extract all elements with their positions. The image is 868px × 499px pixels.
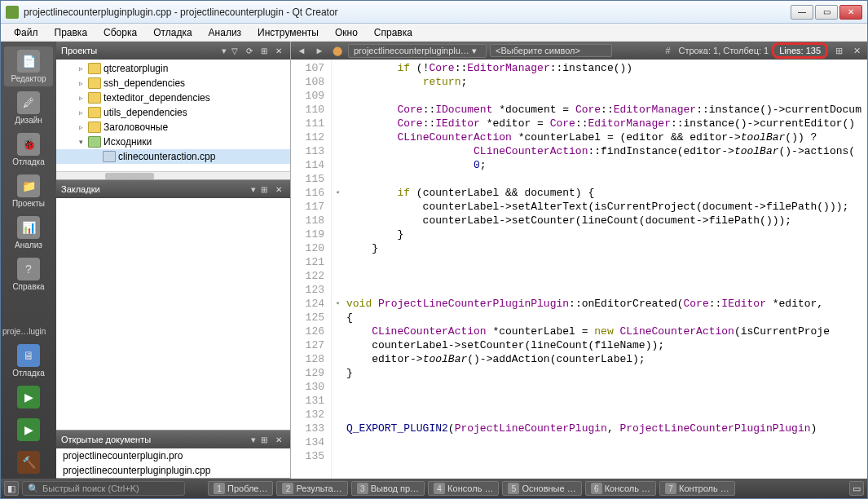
bookmarks-panel: Закладки ▾ ⊞ ✕ <box>56 180 290 431</box>
tree-item[interactable]: ▹Заголовочные <box>56 120 290 135</box>
menu-window[interactable]: Окно <box>328 25 364 40</box>
bookmarks-header: Закладки ▾ ⊞ ✕ <box>56 180 290 198</box>
mode-design[interactable]: 🖉Дизайн <box>4 88 53 128</box>
panel-close-icon[interactable]: ✕ <box>272 183 285 195</box>
tree-scrollbar[interactable] <box>56 171 290 179</box>
split-editor-icon[interactable]: ⊞ <box>831 44 846 57</box>
menubar: Файл Правка Сборка Отладка Анализ Инстру… <box>1 24 867 42</box>
toggle-sidebar-icon[interactable]: ◧ <box>4 481 19 496</box>
close-editor-icon[interactable]: ✕ <box>849 44 864 57</box>
bookmarks-title: Закладки <box>61 184 251 194</box>
tree-item[interactable]: ▹qtcreatorplugin <box>56 61 290 76</box>
output-pane-tab[interactable]: 5Основные … <box>502 481 581 496</box>
editor-icon: 📄 <box>17 50 40 73</box>
editor-area: ◄ ► ⬤ projectlinecounterpluginplu… ▾ <Вы… <box>291 42 867 479</box>
tree-item[interactable]: ▹utils_dependencies <box>56 105 290 120</box>
close-output-icon[interactable]: ▭ <box>849 481 864 496</box>
mode-editor-label: Редактор <box>11 74 46 83</box>
opendocs-header: Открытые документы ▾ ⊞ ✕ <box>56 431 290 448</box>
open-doc-item[interactable]: projectlinecounterpluginplugin.cpp <box>56 463 290 478</box>
lines-counter: Lines: 135 <box>772 42 828 59</box>
quick-search[interactable]: 🔍 Быстрый поиск (Ctrl+K) <box>22 481 185 496</box>
minimize-button[interactable]: — <box>791 5 813 20</box>
tree-item[interactable]: clinecounteraction.cpp <box>56 149 290 164</box>
fold-column[interactable]: ◂◂ <box>332 60 343 479</box>
menu-debug[interactable]: Отладка <box>147 25 198 40</box>
menu-build[interactable]: Сборка <box>97 25 143 40</box>
file-selector[interactable]: projectlinecounterpluginplu… ▾ <box>348 44 487 58</box>
projects-title: Проекты <box>61 46 222 55</box>
forward-icon[interactable]: ► <box>312 44 327 57</box>
bookmarks-list <box>56 198 290 430</box>
split-icon[interactable]: ⊞ <box>258 45 271 56</box>
mode-help[interactable]: ?Справка <box>4 254 53 294</box>
mode-debug[interactable]: 🐞Отладка <box>4 130 53 170</box>
mode-editor[interactable]: 📄Редактор <box>4 46 53 86</box>
close-button[interactable]: ✕ <box>839 5 862 20</box>
side-panel: Проекты ▾ ▽ ⟳ ⊞ ✕ ▹qtcreatorplugin▹ssh_d… <box>56 42 291 479</box>
mode-bar: 📄Редактор 🖉Дизайн 🐞Отладка 📁Проекты 📊Ана… <box>1 42 56 479</box>
output-pane-tab[interactable]: 2Результа… <box>276 481 347 496</box>
code-text[interactable]: if (!Core::EditorManager::instance()) re… <box>343 60 867 479</box>
split-icon[interactable]: ⊞ <box>258 183 271 195</box>
panel-close-icon[interactable]: ✕ <box>272 45 285 56</box>
target-selector[interactable]: 🖥Отладка <box>4 341 53 381</box>
tree-item[interactable]: ▹texteditor_dependencies <box>56 91 290 105</box>
code-area[interactable]: 1071081091101111121131141151161171181191… <box>291 60 867 479</box>
menu-file[interactable]: Файл <box>7 25 45 40</box>
main-body: 📄Редактор 🖉Дизайн 🐞Отладка 📁Проекты 📊Ана… <box>1 42 867 479</box>
output-pane-tab[interactable]: 3Вывод пр… <box>351 481 425 496</box>
symbol-selector[interactable]: <Выберите символ> <box>490 44 612 57</box>
split-icon[interactable]: ⊞ <box>258 434 271 445</box>
project-tree[interactable]: ▹qtcreatorplugin▹ssh_dependencies▹texted… <box>56 60 290 171</box>
active-project-label: proje…lugin <box>1 324 56 339</box>
search-placeholder: Быстрый поиск (Ctrl+K) <box>42 484 139 493</box>
mode-projects-label: Проекты <box>12 199 45 208</box>
output-pane-tab[interactable]: 7Контроль … <box>659 481 735 496</box>
editor-toolbar: ◄ ► ⬤ projectlinecounterpluginplu… ▾ <Вы… <box>291 42 867 60</box>
maximize-button[interactable]: ▭ <box>815 5 838 20</box>
design-icon: 🖉 <box>17 91 40 114</box>
menu-edit[interactable]: Правка <box>48 25 95 40</box>
mode-analyze[interactable]: 📊Анализ <box>4 213 53 253</box>
hammer-icon: 🔨 <box>17 451 40 474</box>
menu-tools[interactable]: Инструменты <box>251 25 325 40</box>
mode-analyze-label: Анализ <box>15 241 42 250</box>
panel-close-icon[interactable]: ✕ <box>272 434 285 445</box>
output-pane-tab[interactable]: 6Консоль … <box>585 481 656 496</box>
lock-icon[interactable]: ⬤ <box>330 44 345 57</box>
open-documents-panel: Открытые документы ▾ ⊞ ✕ projectlinecoun… <box>56 431 290 479</box>
back-icon[interactable]: ◄ <box>294 44 309 57</box>
projects-panel: Проекты ▾ ▽ ⟳ ⊞ ✕ ▹qtcreatorplugin▹ssh_d… <box>56 42 290 180</box>
monitor-icon: 🖥 <box>17 344 40 367</box>
analyze-icon: 📊 <box>17 216 40 239</box>
tree-item[interactable]: ▾Исходники <box>56 135 290 149</box>
titlebar: projectlinecounterpluginplugin.cpp - pro… <box>1 1 867 24</box>
projects-icon: 📁 <box>17 174 40 197</box>
tree-item[interactable]: ▹ssh_dependencies <box>56 76 290 91</box>
mode-help-label: Справка <box>12 282 44 291</box>
line-goto-icon[interactable]: # <box>661 44 676 57</box>
run-button[interactable]: ▶ <box>4 382 53 413</box>
build-button[interactable]: 🔨 <box>4 448 53 479</box>
run-icon: ▶ <box>17 386 40 408</box>
output-pane-tab[interactable]: 1Пробле… <box>208 481 273 496</box>
menu-analyze[interactable]: Анализ <box>202 25 249 40</box>
window: projectlinecounterpluginplugin.cpp - pro… <box>0 0 868 499</box>
open-documents-list[interactable]: projectlinecounterplugin.pro projectline… <box>56 448 290 478</box>
filter-icon[interactable]: ▽ <box>228 45 241 56</box>
open-doc-item[interactable]: projectlinecounterplugin.pro <box>56 448 290 463</box>
line-gutter: 1071081091101111121131141151161171181191… <box>291 60 332 479</box>
debug-run-icon: ▶ <box>17 418 40 441</box>
debug-run-button[interactable]: ▶ <box>4 415 53 446</box>
debug-icon: 🐞 <box>17 133 40 156</box>
output-pane-tab[interactable]: 4Консоль … <box>428 481 499 496</box>
mode-projects[interactable]: 📁Проекты <box>4 171 53 211</box>
statusbar: ◧ 🔍 Быстрый поиск (Ctrl+K) 1Пробле…2Резу… <box>1 479 867 498</box>
menu-help[interactable]: Справка <box>368 25 419 40</box>
mode-debug-label: Отладка <box>12 157 45 166</box>
window-title: projectlinecounterpluginplugin.cpp - pro… <box>24 7 791 18</box>
help-icon: ? <box>17 258 40 280</box>
app-icon <box>6 6 19 19</box>
sync-icon[interactable]: ⟳ <box>243 45 256 56</box>
